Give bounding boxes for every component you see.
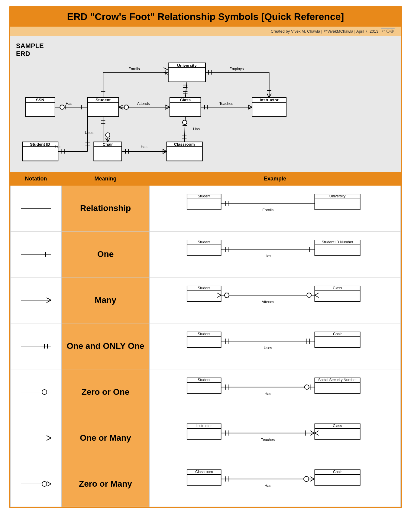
example-cell: Student Student ID Number Has — [149, 231, 401, 277]
svg-text:Attends: Attends — [262, 300, 274, 304]
notation-symbol — [18, 384, 54, 400]
svg-text:Attends: Attends — [137, 102, 150, 106]
example-cell: Student Class Attends — [149, 277, 401, 323]
notation-symbol — [18, 293, 54, 308]
svg-text:Student: Student — [198, 332, 211, 336]
svg-line-50 — [165, 105, 170, 107]
notation-table: Notation Meaning Example Relationship St… — [10, 172, 401, 507]
example-canvas: Student Social Security Number Has — [159, 375, 391, 409]
svg-line-189 — [47, 482, 51, 484]
meaning-cell: Many — [62, 277, 149, 323]
svg-line-185 — [310, 433, 314, 436]
meaning-cell: Zero or Many — [62, 461, 149, 507]
meaning-cell: One and ONLY One — [62, 323, 149, 369]
meaning-cell: Zero or One — [62, 369, 149, 415]
notation-symbol-cell — [10, 461, 62, 507]
svg-text:Employs: Employs — [229, 67, 244, 71]
title-bar: ERD "Crow's Foot" Relationship Symbols [… — [10, 7, 401, 27]
notation-symbol-cell — [10, 231, 62, 277]
meaning-cell: Relationship — [62, 185, 149, 231]
svg-text:Student: Student — [198, 194, 211, 198]
col-meaning: Meaning — [62, 172, 149, 185]
svg-text:Instructor: Instructor — [196, 424, 212, 428]
svg-line-68 — [184, 117, 185, 142]
svg-rect-6 — [88, 98, 119, 117]
svg-line-87 — [248, 105, 252, 107]
svg-point-48 — [124, 105, 128, 109]
svg-text:Class: Class — [333, 424, 342, 428]
notation-symbol — [18, 339, 54, 354]
example-canvas: Classroom Chair Has — [159, 467, 391, 501]
meaning-cell: One — [62, 231, 149, 277]
svg-rect-3 — [22, 142, 58, 161]
example-erd: Student Chair Uses — [159, 329, 391, 363]
svg-text:Has: Has — [66, 102, 72, 106]
notation-symbol — [18, 201, 54, 216]
svg-line-184 — [310, 431, 314, 433]
svg-text:Teaches: Teaches — [261, 438, 275, 442]
example-canvas: Student Chair Uses — [159, 329, 391, 363]
svg-text:Has: Has — [265, 484, 271, 488]
notation-symbol-cell — [10, 323, 62, 369]
svg-text:Uses: Uses — [264, 346, 272, 350]
svg-line-56 — [105, 138, 108, 142]
example-cell: Instructor Class Teaches — [149, 415, 401, 461]
svg-text:Has: Has — [265, 392, 271, 396]
example-erd: Student University Enrolls — [159, 192, 391, 225]
svg-line-39 — [163, 68, 168, 70]
svg-text:SSN: SSN — [36, 97, 44, 102]
svg-text:University: University — [177, 63, 197, 67]
svg-text:Social Security Number: Social Security Number — [318, 378, 357, 382]
example-erd: Student Student ID Number Has — [159, 238, 391, 271]
svg-line-88 — [248, 107, 252, 109]
svg-line-57 — [108, 138, 110, 142]
svg-point-26 — [60, 105, 64, 109]
svg-text:Student: Student — [198, 240, 211, 244]
svg-text:Has: Has — [193, 127, 200, 131]
svg-text:Student: Student — [95, 97, 111, 102]
notation-symbol-cell — [10, 369, 62, 415]
example-cell: Student University Enrolls — [149, 185, 401, 231]
svg-line-170 — [47, 436, 51, 438]
svg-text:Has: Has — [141, 145, 147, 149]
svg-point-69 — [183, 120, 187, 125]
svg-line-79 — [269, 93, 271, 98]
svg-rect-9 — [94, 142, 121, 161]
svg-text:Chair: Chair — [102, 142, 113, 147]
example-canvas: Student Student ID Number Has — [159, 238, 391, 271]
example-erd: Classroom Chair Has — [159, 467, 391, 501]
svg-line-51 — [165, 107, 170, 109]
svg-text:Enrolls: Enrolls — [262, 208, 273, 212]
svg-rect-18 — [167, 142, 202, 161]
svg-text:Class: Class — [333, 286, 342, 290]
svg-line-66 — [163, 151, 167, 154]
svg-text:Classroom: Classroom — [174, 142, 195, 147]
svg-line-65 — [163, 149, 167, 151]
svg-text:Enrolls: Enrolls — [128, 67, 140, 71]
main-container: ERD "Crow's Foot" Relationship Symbols [… — [9, 6, 402, 508]
example-erd: Instructor Class Teaches — [159, 421, 391, 455]
example-canvas: Student Class Attends — [159, 284, 391, 317]
subtitle-bar: Created by Vivek M. Chawla | @VivekMChaw… — [10, 27, 401, 36]
svg-text:Uses: Uses — [85, 131, 93, 135]
svg-point-165 — [305, 385, 309, 389]
svg-point-136 — [307, 293, 311, 297]
svg-rect-0 — [25, 98, 55, 117]
svg-text:Chair: Chair — [333, 470, 342, 474]
notation-symbol — [18, 247, 54, 262]
example-canvas: Instructor Class Teaches — [159, 421, 391, 455]
svg-line-201 — [310, 477, 314, 479]
notation-symbol-cell — [10, 277, 62, 323]
svg-line-120 — [47, 298, 51, 300]
svg-text:Teaches: Teaches — [219, 102, 233, 106]
meaning-cell: One or Many — [62, 415, 149, 461]
svg-text:Classroom: Classroom — [195, 470, 213, 474]
svg-line-190 — [47, 484, 51, 486]
svg-point-200 — [304, 476, 309, 482]
svg-text:Has: Has — [55, 145, 61, 149]
svg-line-45 — [118, 105, 123, 107]
svg-rect-21 — [252, 98, 286, 117]
erd-label: SAMPLEERD — [16, 42, 395, 58]
example-canvas: Student University Enrolls — [159, 192, 391, 225]
example-cell: Student Chair Uses — [149, 323, 401, 369]
